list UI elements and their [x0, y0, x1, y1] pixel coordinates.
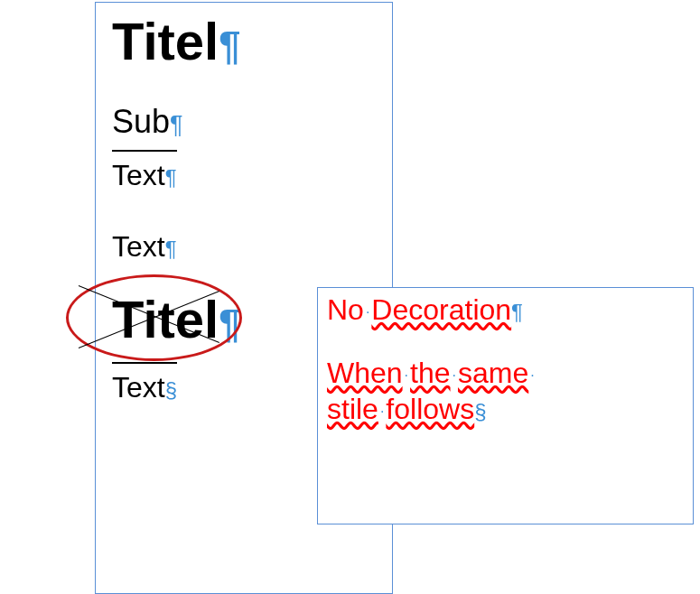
annotation-word-spellcheck: same [458, 357, 528, 389]
pilcrow-icon: ¶ [219, 24, 240, 68]
pilcrow-icon: ¶ [511, 300, 523, 324]
paragraph-rule [112, 150, 177, 152]
annotation-word-spellcheck: Decoration [371, 293, 511, 326]
paragraph-rule [112, 362, 177, 364]
annotation-word: No [327, 293, 364, 326]
body-text-3: Text [112, 371, 165, 404]
annotation-word-spellcheck: the [410, 357, 450, 389]
sub-paragraph[interactable]: Sub¶ [96, 102, 392, 141]
space-dot-icon: · [403, 367, 410, 383]
pilcrow-icon: ¶ [170, 111, 183, 138]
body-text-1: Text [112, 159, 165, 191]
section-mark-icon: § [165, 377, 177, 402]
text-frame-annotation[interactable]: No·Decoration¶ When·the·same· stile·foll… [317, 287, 694, 524]
pilcrow-icon: ¶ [165, 165, 177, 190]
sub-text: Sub [112, 103, 170, 140]
section-mark-icon: § [474, 399, 486, 423]
title-paragraph-1[interactable]: Titel¶ [96, 3, 392, 73]
body-paragraph-2[interactable]: Text¶ [96, 228, 392, 266]
space-dot-icon: · [451, 367, 458, 383]
annotation-line-2[interactable]: When·the·same· stile·follows§ [318, 355, 693, 427]
annotation-word-spellcheck: stile [327, 393, 378, 425]
body-text-2: Text [112, 230, 165, 263]
title-text-2: Titel [112, 290, 219, 348]
body-paragraph-1[interactable]: Text¶ [96, 157, 392, 195]
space-dot-icon: · [528, 367, 536, 383]
annotation-word-spellcheck: When [327, 357, 403, 389]
pilcrow-icon: ¶ [165, 237, 177, 261]
annotation-line-1[interactable]: No·Decoration¶ [318, 288, 693, 328]
annotation-word-spellcheck: follows [386, 393, 474, 425]
title-text: Titel [112, 12, 219, 70]
pilcrow-icon: ¶ [219, 302, 240, 346]
